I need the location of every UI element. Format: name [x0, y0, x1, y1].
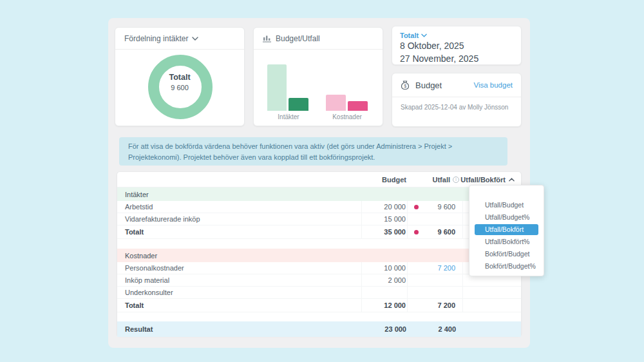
table-row-personalkostnader: Personalkostnader 10 000 7 200 [117, 262, 521, 274]
ratio-column-dropdown: Utfall/Budget Utfall/Budget% Utfall/Bokf… [469, 185, 544, 276]
card-income-distribution-header[interactable]: Fördelning intäkter [115, 28, 244, 50]
card-budget-utfall: Budget/Utfall Intäkter Kostnader [253, 27, 383, 126]
bar-kostnader-budget [326, 95, 346, 111]
donut-center-label: Totalt [115, 73, 244, 82]
table-row-arbetstid: Arbetstid 20 000 9 600 [117, 201, 521, 213]
menu-item-utfall-budget[interactable]: Utfall/Budget [469, 199, 544, 211]
chevron-up-icon [509, 178, 515, 182]
bar-kostnader-utfall [348, 101, 368, 111]
col-header-ratio[interactable]: Utfall/Bokfört [463, 176, 522, 184]
status-dot [414, 230, 419, 234]
donut-center: Totalt 9 600 [115, 73, 244, 91]
money-bag-icon: $ [401, 80, 410, 90]
period-selector-label: Totalt [400, 32, 419, 39]
menu-item-bokfort-budget[interactable]: Bokfört/Budget [469, 248, 544, 260]
table-row-totalt-kostnader: Totalt 12 000 7 200 [117, 299, 521, 312]
chevron-down-icon[interactable] [192, 37, 198, 41]
period-selector[interactable]: Totalt [400, 32, 513, 39]
menu-item-bokfort-budget-pct[interactable]: Bokfört/Budget% [469, 260, 544, 272]
section-spacer [117, 239, 521, 249]
menu-item-utfall-bokfort-pct[interactable]: Utfall/Bokfört% [469, 236, 544, 248]
chevron-down-icon [421, 33, 427, 37]
budget-table-card: Budget Utfall i Utfall/Bokfört Intäkter … [117, 171, 522, 336]
col-header-utfall-label: Utfall [433, 176, 451, 184]
section-row-intakter: Intäkter [117, 187, 521, 201]
svg-text:$: $ [404, 84, 407, 88]
section-row-kostnader: Kostnader [117, 249, 521, 262]
table-row-vidarefakturerade: Vidarefakturerade inköp 15 000 [117, 213, 521, 225]
bar-intakter-budget [267, 64, 287, 111]
col-header-budget: Budget [362, 176, 408, 184]
card-title: Budget/Utfall [276, 34, 320, 43]
card-budget-header: $ Budget Visa budget [392, 73, 521, 97]
card-title: Fördelning intäkter [124, 34, 188, 43]
menu-item-utfall-budget-pct[interactable]: Utfall/Budget% [469, 211, 544, 224]
card-period: Totalt 8 Oktober, 2025 27 November, 2025 [392, 26, 522, 65]
table-header-row: Budget Utfall i Utfall/Bokfört [117, 172, 521, 187]
card-income-distribution: Fördelning intäkter Totalt 9 600 [115, 27, 245, 126]
utfall-value-link[interactable]: 7 200 [425, 262, 463, 274]
menu-item-utfall-bokfort[interactable]: Utfall/Bokfört [475, 224, 538, 235]
table-row-underkonsulter: Underkonsulter [117, 287, 521, 299]
budget-card-title: Budget [415, 81, 473, 90]
info-banner: För att visa de bokförda värdena behöver… [119, 137, 507, 166]
table-row-totalt-intakter: Totalt 35 000 9 600 [117, 225, 521, 239]
period-date-from: 8 Oktober, 2025 [400, 39, 513, 52]
bar-group-label-kostnader: Kostnader [321, 113, 373, 120]
col-header-utfall: Utfall i [425, 176, 463, 184]
col-header-ratio-label: Utfall/Bokfört [460, 176, 506, 184]
donut-center-value: 9 600 [115, 84, 244, 91]
donut-chart: Totalt 9 600 [115, 50, 244, 126]
budget-created-text: Skapad 2025-12-04 av Molly Jönsson [392, 97, 521, 117]
card-budget: $ Budget Visa budget Skapad 2025-12-04 a… [392, 73, 522, 127]
card-budget-utfall-header: Budget/Utfall [254, 28, 383, 50]
visa-budget-link[interactable]: Visa budget [473, 81, 513, 89]
section-spacer [117, 312, 521, 321]
period-date-to: 27 November, 2025 [400, 52, 513, 65]
table-row-resultat: Resultat 23 000 2 400 [117, 321, 521, 337]
info-icon[interactable]: i [453, 176, 459, 183]
bar-chart-icon [263, 35, 271, 43]
bar-group-label-intakter: Intäkter [263, 113, 314, 120]
status-dot [414, 205, 419, 209]
bar-intakter-utfall [289, 98, 308, 111]
table-row-inkop-material: Inköp material 2 000 [117, 274, 521, 287]
